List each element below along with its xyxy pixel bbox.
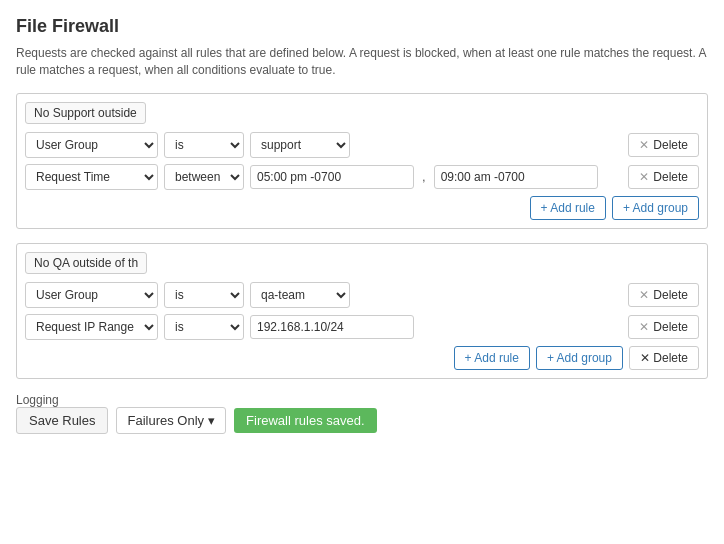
group-2-label: No QA outside of th [25,252,147,274]
rule-3-value-select[interactable]: qa-team support [250,282,350,308]
dropdown-icon: ▾ [208,413,215,428]
group-2-actions: + Add rule + Add group ✕ Delete [25,346,699,370]
rule-group-2: No QA outside of th User Group Request T… [16,243,708,379]
page-title: File Firewall [16,16,708,37]
footer: Logging Save Rules Failures Only ▾ Firew… [16,393,708,434]
time-separator: , [422,169,426,184]
group-1-actions: + Add rule + Add group [25,196,699,220]
save-rules-button[interactable]: Save Rules [16,407,108,434]
rule-3-field-select[interactable]: User Group Request Time Request IP Range [25,282,158,308]
rule-row-2: Request Time User Group Request IP Range… [25,164,699,190]
rule-2-time-start[interactable] [250,165,414,189]
rule-4-op-select[interactable]: is is not [164,314,244,340]
group-2-add-group-button[interactable]: + Add group [536,346,623,370]
logging-section: Logging Save Rules Failures Only ▾ Firew… [16,393,377,434]
page-description: Requests are checked against all rules t… [16,45,708,79]
rule-3-op-select[interactable]: is is not [164,282,244,308]
group-2-add-rule-button[interactable]: + Add rule [454,346,530,370]
rule-4-ip-input[interactable] [250,315,414,339]
group-2-delete-button[interactable]: ✕ Delete [629,346,699,370]
rule-4-field-select[interactable]: Request IP Range User Group Request Time [25,314,158,340]
logging-label: Logging [16,393,59,407]
failures-only-label: Failures Only [127,413,204,428]
group-1-label: No Support outside [25,102,146,124]
rule-2-delete-button[interactable]: ✕Delete [628,165,699,189]
failures-only-button[interactable]: Failures Only ▾ [116,407,226,434]
rule-3-delete-button[interactable]: ✕Delete [628,283,699,307]
rule-1-field-select[interactable]: User Group Request Time Request IP Range [25,132,158,158]
rule-2-field-select[interactable]: Request Time User Group Request IP Range [25,164,158,190]
rule-1-delete-button[interactable]: ✕Delete [628,133,699,157]
rule-4-delete-button[interactable]: ✕Delete [628,315,699,339]
rule-2-op-select[interactable]: between is [164,164,244,190]
rule-row-4: Request IP Range User Group Request Time… [25,314,699,340]
rule-row-1: User Group Request Time Request IP Range… [25,132,699,158]
rule-row-3: User Group Request Time Request IP Range… [25,282,699,308]
rule-1-value-select[interactable]: support qa-team [250,132,350,158]
rule-1-op-select[interactable]: is is not [164,132,244,158]
rule-2-time-end[interactable] [434,165,598,189]
group-1-add-rule-button[interactable]: + Add rule [530,196,606,220]
rule-group-1: No Support outside User Group Request Ti… [16,93,708,229]
group-1-add-group-button[interactable]: + Add group [612,196,699,220]
saved-message-badge: Firewall rules saved. [234,408,377,433]
